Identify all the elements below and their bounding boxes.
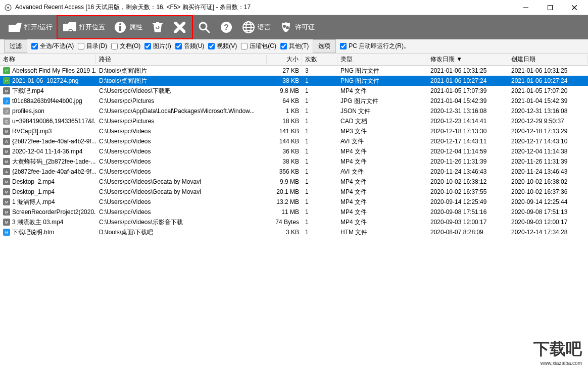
open-location-button[interactable]: 打开位置 (59, 17, 109, 37)
cell-type: JPG 图片文件 (337, 97, 427, 105)
table-row[interactable]: P2021-01-06_102724.pngD:\tools\桌面\图片38 K… (0, 76, 588, 86)
cell-count: 1 (302, 97, 337, 104)
col-type-header[interactable]: 类型 (337, 55, 427, 64)
cell-modified: 2021-01-06 10:27:24 (427, 77, 508, 84)
cell-name: RVCap[3].mp3 (12, 128, 52, 135)
table-row[interactable]: MDesktop_2.mp4C:\Users\pc\Videos\Gecata … (0, 177, 588, 187)
cell-created: 2020-10-02 16:38:02 (508, 178, 588, 185)
open-run-button[interactable]: 打开/运行 (4, 17, 57, 37)
search-icon (197, 20, 211, 34)
cell-name: 2021-01-06_102724.png (12, 77, 78, 84)
cell-path: C:\Users\pc\AppData\Local\Packages\Micro… (96, 108, 267, 115)
table-row[interactable]: Jprofiles.jsonC:\Users\pc\AppData\Local\… (0, 106, 588, 116)
close-button[interactable] (567, 2, 582, 14)
table-row[interactable]: PAbelssoft Find My Files 2019 1...D:\too… (0, 66, 588, 76)
svg-point-1 (7, 7, 9, 9)
select-all-checkbox[interactable]: 全选/不选(A) (31, 42, 74, 50)
cell-modified: 2021-01-04 15:42:39 (427, 97, 508, 104)
table-row[interactable]: Jt01c88a263b9f4e4b00.jpgC:\Users\pc\Pict… (0, 96, 588, 106)
col-size-header[interactable]: 大小 (267, 55, 302, 64)
search-button[interactable] (193, 17, 215, 37)
table-row[interactable]: M1 漩涡博人.mp4C:\Users\pc\Videos13.2 MB1MP4… (0, 197, 588, 207)
license-shield-icon (279, 20, 293, 34)
cell-name: profiles.json (12, 108, 44, 115)
cell-type: MP4 文件 (337, 208, 427, 217)
info-icon (113, 20, 127, 34)
cell-created: 2020-12-18 17:13:29 (508, 128, 588, 135)
language-button[interactable]: 语言 (237, 17, 275, 37)
table-row[interactable]: A{2b872fee-1ade-40af-a4b2-9f...C:\Users\… (0, 136, 588, 146)
archive-checkbox[interactable]: 压缩包(C) (241, 42, 276, 50)
cell-created: 2020-11-26 11:31:39 (508, 158, 588, 165)
cell-count: 1 (302, 148, 337, 155)
grid-header: 名称 路径 大小 次数 类型 修改日期 ▼ 创建日期 (0, 54, 588, 66)
svg-text:?: ? (224, 23, 229, 32)
cell-size: 38 KB (267, 158, 302, 165)
delete-x-icon (173, 20, 187, 34)
cell-size: 36 KB (267, 148, 302, 155)
cell-created: 2020-09-08 17:51:13 (508, 208, 588, 216)
file-type-icon: M (3, 178, 10, 185)
cell-type: MP4 文件 (337, 198, 427, 206)
properties-button[interactable]: 属性 (109, 17, 146, 37)
cell-modified: 2021-01-05 17:07:39 (427, 87, 508, 94)
svg-line-10 (206, 29, 209, 32)
cell-modified: 2020-11-26 11:31:39 (427, 158, 508, 165)
cell-name: u=3984190066,1943365117&f... (12, 118, 96, 125)
maximize-button[interactable] (543, 2, 558, 14)
cell-size: 64 KB (267, 97, 302, 104)
cell-size: 356 KB (267, 168, 302, 175)
col-name-header[interactable]: 名称 (0, 55, 96, 64)
cell-size: 144 KB (267, 138, 302, 145)
other-checkbox[interactable]: 其他(T) (280, 42, 309, 50)
img-checkbox[interactable]: 图片(I) (144, 42, 171, 50)
table-row[interactable]: MDesktop_1.mp4C:\Users\pc\Videos\Gecata … (0, 187, 588, 197)
recycle-button[interactable] (146, 17, 169, 37)
table-row[interactable]: A{2b872fee-1ade-40af-a4b2-9f...C:\Users\… (0, 167, 588, 177)
cell-path: C:\Users\pc\Videos (96, 128, 267, 135)
toolbar: 打开/运行 打开位置 属性 ? 语言 许可证 (0, 15, 588, 39)
col-count-header[interactable]: 次数 (302, 55, 337, 64)
watermark: 下载吧 www.xiazaiba.com (533, 338, 582, 366)
filter-tab[interactable]: 过滤 (4, 39, 27, 53)
help-button[interactable]: ? (215, 17, 237, 37)
svg-point-7 (119, 23, 121, 25)
titlebar: Advanced Recent Access [16 天试用版，剩余天数：16,… (0, 0, 588, 15)
cell-path: D:\tools\桌面\图片 (96, 77, 267, 85)
minimize-button[interactable] (518, 2, 533, 14)
cell-created: 2021-01-04 15:42:39 (508, 97, 588, 104)
cell-size: 18 KB (267, 118, 302, 125)
cell-type: AVI 文件 (337, 168, 427, 176)
table-row[interactable]: M3 潮流教主 03.mp4C:\Users\pc\Videos\乐影音下载74… (0, 217, 588, 227)
cell-name: 大黄蜂转码_{2b872fee-1ade-... (12, 157, 95, 166)
delete-button[interactable] (169, 17, 191, 37)
file-type-icon: P (3, 77, 10, 84)
cell-path: C:\Users\pc\Videos\下载吧 (96, 87, 267, 95)
video-checkbox[interactable]: 视频(V) (208, 42, 237, 50)
window-controls (518, 2, 582, 14)
table-row[interactable]: M下载吧.mp4C:\Users\pc\Videos\下载吧9.8 MB1MP4… (0, 86, 588, 96)
license-label: 许可证 (295, 23, 315, 32)
startup-checkbox[interactable]: PC 启动即运行之(R)。 (340, 42, 410, 50)
col-path-header[interactable]: 路径 (96, 55, 267, 64)
table-row[interactable]: MScreenRecorderProject2(2020...C:\Users\… (0, 207, 588, 217)
cell-name: 1 漩涡博人.mp4 (12, 198, 55, 206)
table-row[interactable]: H下载吧说明.htmD:\tools\桌面\下载吧3 KB1HTM 文件2020… (0, 227, 588, 237)
filterbar: 过滤 全选/不选(A) 目录(D) 文档(O) 图片(I) 音频(U) 视频(V… (0, 39, 588, 54)
table-row[interactable]: M2020-12-04 11-14-36.mp4C:\Users\pc\Vide… (0, 146, 588, 156)
table-row[interactable]: Cu=3984190066,1943365117&f...C:\Users\pc… (0, 116, 588, 126)
cell-count: 1 (302, 158, 337, 165)
table-row[interactable]: M大黄蜂转码_{2b872fee-1ade-...C:\Users\pc\Vid… (0, 156, 588, 167)
options-tab[interactable]: 选项 (313, 39, 336, 53)
cell-name: {2b872fee-1ade-40af-a4b2-9f... (12, 138, 96, 145)
cell-path: D:\tools\桌面\图片 (96, 67, 267, 75)
audio-checkbox[interactable]: 音频(U) (175, 42, 205, 50)
license-button[interactable]: 许可证 (275, 17, 319, 37)
doc-checkbox[interactable]: 文档(O) (111, 42, 140, 50)
dir-checkbox[interactable]: 目录(D) (78, 42, 107, 50)
table-row[interactable]: MRVCap[3].mp3C:\Users\pc\Videos141 KB1MP… (0, 126, 588, 136)
col-modified-header[interactable]: 修改日期 ▼ (427, 55, 508, 64)
cell-count: 1 (302, 118, 337, 125)
col-created-header[interactable]: 创建日期 (508, 55, 588, 64)
cell-size: 1 KB (267, 108, 302, 115)
